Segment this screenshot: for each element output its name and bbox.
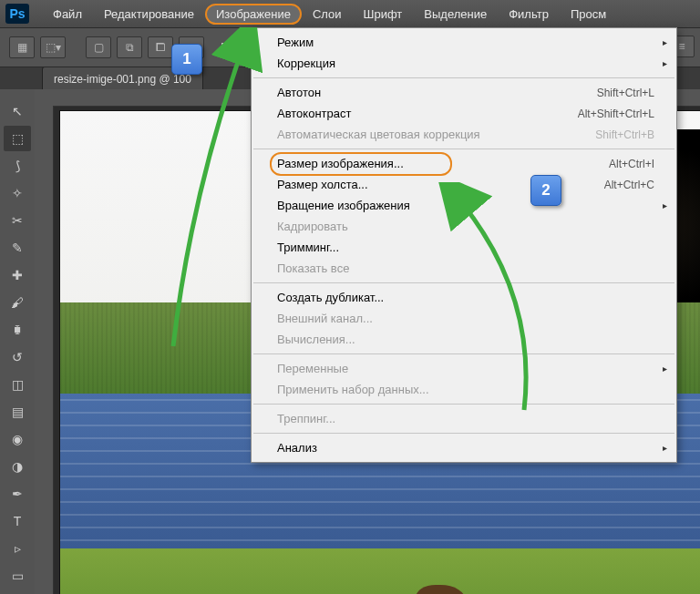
tool-marquee[interactable]: ⬚ [4, 126, 31, 151]
menu-item: Применить набор данных... [252, 379, 676, 400]
tool-heal[interactable]: ✚ [4, 262, 31, 288]
menu-item-label: Применить набор данных... [277, 383, 429, 396]
menu-item-shortcut: Alt+Ctrl+C [604, 179, 654, 191]
menu-item-label: Вычисления... [277, 333, 355, 346]
selection-subtract-icon[interactable]: ⧠ [148, 36, 173, 58]
menu-item-label: Переменные [277, 362, 348, 375]
annotation-badge-1: 1 [171, 44, 202, 75]
menu-item[interactable]: Создать дубликат... [252, 287, 676, 308]
tool-move[interactable]: ↖ [4, 98, 31, 124]
tool-dodge[interactable]: ◑ [4, 454, 31, 479]
ruler-vertical [35, 89, 54, 594]
menu-item-label: Автотон [277, 86, 321, 99]
tool-eyedropper[interactable]: ✎ [4, 235, 31, 261]
menu-item-label: Размер изображения... [277, 157, 404, 170]
menu-item[interactable]: Тримминг... [252, 237, 676, 258]
menu-item-label: Автоконтраст [277, 107, 351, 120]
menu-item: Показать все [252, 258, 676, 279]
menu-separator [253, 77, 674, 78]
menu-item-label: Коррекция [277, 56, 335, 70]
menu-item: Внешний канал... [252, 308, 676, 329]
document-tab-title: resize-imige-001.png @ 100 [54, 73, 191, 86]
menu-item: Автоматическая цветовая коррекцияShift+C… [252, 124, 676, 145]
tool-wand[interactable]: ✧ [4, 180, 31, 206]
menu-image[interactable]: Изображение [205, 4, 302, 25]
menu-item: Переменные [252, 358, 676, 379]
menu-separator [253, 282, 674, 283]
menu-item: Вычисления... [252, 329, 676, 350]
menu-item: Кадрировать [252, 216, 676, 237]
menu-item-label: Вращение изображения [277, 199, 410, 212]
marquee-dropdown-icon[interactable]: ⬚▾ [40, 36, 66, 58]
menu-item[interactable]: Размер холста...Alt+Ctrl+C [252, 174, 676, 195]
menu-separator [253, 148, 674, 149]
menu-item-label: Автоматическая цветовая коррекция [277, 128, 480, 141]
menu-item: Треппинг... [252, 408, 676, 429]
tool-eraser[interactable]: ◫ [4, 372, 31, 397]
menu-item[interactable]: Размер изображения...Alt+Ctrl+I [252, 153, 676, 174]
menu-item[interactable]: Коррекция [252, 53, 676, 74]
menu-item-label: Треппинг... [277, 412, 335, 425]
menu-item[interactable]: Режим [252, 32, 676, 53]
menu-item-label: Внешний канал... [277, 312, 373, 325]
menu-item-label: Создать дубликат... [277, 291, 384, 304]
selection-new-icon[interactable]: ▢ [86, 36, 111, 58]
menu-separator [253, 404, 674, 405]
selection-add-icon[interactable]: ⧉ [117, 36, 142, 58]
annotation-badge-2: 2 [530, 175, 561, 206]
tool-path[interactable]: ▹ [4, 536, 31, 561]
app-logo: Ps [5, 4, 29, 24]
menu-item-label: Показать все [277, 261, 349, 275]
tool-brush[interactable]: 🖌 [4, 290, 31, 315]
menu-separator [253, 433, 674, 434]
tool-gradient[interactable]: ▤ [4, 399, 31, 425]
menu-item[interactable]: АвтотонShift+Ctrl+L [252, 82, 676, 103]
tools-panel: ↖ ⬚ ⟆ ✧ ✂ ✎ ✚ 🖌 ⧯ ↺ ◫ ▤ ◉ ◑ ✒ T ▹ ▭ [0, 89, 36, 594]
menu-separator [253, 353, 674, 354]
menu-select[interactable]: Выделение [413, 4, 498, 25]
tool-type[interactable]: T [4, 508, 31, 534]
tool-shape[interactable]: ▭ [4, 563, 31, 589]
menu-filter[interactable]: Фильтр [498, 4, 560, 25]
menu-edit[interactable]: Редактирование [93, 4, 205, 25]
tool-blur[interactable]: ◉ [4, 426, 31, 452]
menu-item-shortcut: Alt+Shift+Ctrl+L [578, 108, 654, 120]
menu-type[interactable]: Шрифт [353, 4, 414, 25]
tool-lasso[interactable]: ⟆ [4, 153, 31, 179]
menu-item[interactable]: АвтоконтрастAlt+Shift+Ctrl+L [252, 103, 676, 124]
menu-item[interactable]: Вращение изображения [252, 195, 676, 216]
tool-preset[interactable]: ▦ [9, 36, 35, 58]
options-label: Pa [221, 41, 234, 54]
menu-item-shortcut: Shift+Ctrl+L [597, 87, 654, 99]
menu-file[interactable]: Файл [42, 4, 93, 25]
menu-view[interactable]: Просм [560, 4, 617, 25]
menu-item-label: Размер холста... [277, 178, 368, 191]
menu-item-label: Режим [277, 36, 314, 49]
tool-stamp[interactable]: ⧯ [4, 317, 31, 343]
tool-history-brush[interactable]: ↺ [4, 344, 31, 370]
menu-item-shortcut: Alt+Ctrl+I [609, 158, 654, 170]
menu-image-label: Изображение [216, 7, 291, 21]
menu-item-label: Кадрировать [277, 220, 348, 233]
menu-item-label: Анализ [277, 441, 317, 455]
menu-item[interactable]: Анализ [252, 437, 676, 458]
menu-layers[interactable]: Слои [302, 4, 353, 25]
menu-item-shortcut: Shift+Ctrl+B [595, 128, 654, 141]
tool-crop[interactable]: ✂ [4, 208, 31, 233]
tool-pen[interactable]: ✒ [4, 481, 31, 507]
image-menu-dropdown: РежимКоррекцияАвтотонShift+Ctrl+LАвтокон… [251, 27, 677, 463]
menu-item-label: Тримминг... [277, 241, 339, 254]
menubar: Ps Файл Редактирование Изображение Слои … [0, 0, 700, 28]
